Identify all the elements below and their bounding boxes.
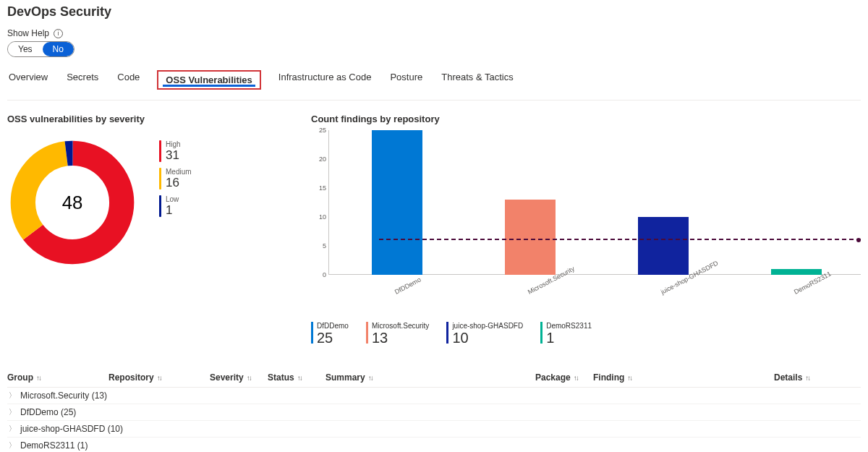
- tab-posture[interactable]: Posture: [388, 70, 424, 90]
- sort-icon[interactable]: ↑↓: [247, 374, 251, 382]
- group-label: DfDDemo (25): [20, 407, 76, 417]
- th-label: Finding: [593, 372, 624, 383]
- repo-legend-label: DemoRS2311: [546, 322, 592, 330]
- legend-item-low[interactable]: Low 1: [159, 195, 192, 217]
- sort-icon[interactable]: ↑↓: [574, 374, 578, 382]
- repo-legend-label: DfDDemo: [317, 322, 349, 330]
- tab-infrastructure-as-code[interactable]: Infrastructure as Code: [277, 70, 373, 90]
- table-group-row[interactable]: 〉 Microsoft.Security (13): [7, 388, 861, 404]
- repo-legend-value: 1: [546, 330, 592, 346]
- tab-bar: Overview Secrets Code OSS Vulnerabilitie…: [7, 67, 861, 95]
- repo-legend: DfDDemo 25 Microsoft.Security 13 juice-s…: [311, 322, 861, 346]
- group-label: Microsoft.Security (13): [20, 391, 107, 401]
- toggle-no[interactable]: No: [43, 42, 74, 56]
- th-label: Details: [774, 372, 802, 383]
- repo-legend-item[interactable]: DemoRS2311 1: [540, 322, 592, 346]
- tab-overview[interactable]: Overview: [7, 70, 49, 90]
- chart-bar[interactable]: [505, 200, 556, 275]
- repo-legend-value: 13: [372, 330, 429, 346]
- show-help-label: Show Help: [7, 28, 49, 38]
- severity-legend: High 31 Medium 16 Low 1: [159, 137, 192, 217]
- chevron-right-icon: 〉: [9, 407, 16, 417]
- th-label: Group: [7, 372, 33, 383]
- chevron-right-icon: 〉: [9, 424, 16, 434]
- tab-secrets[interactable]: Secrets: [65, 70, 100, 90]
- tab-oss-vulnerabilities[interactable]: OSS Vulnerabilities: [157, 70, 260, 90]
- severity-donut-chart[interactable]: 48: [7, 137, 137, 268]
- info-icon[interactable]: i: [54, 29, 63, 38]
- chevron-right-icon: 〉: [9, 391, 16, 401]
- chart-bar[interactable]: [638, 217, 689, 275]
- legend-value: 1: [166, 204, 179, 217]
- sort-icon[interactable]: ↑↓: [805, 374, 809, 382]
- group-label: juice-shop-GHASDFD (10): [20, 424, 123, 434]
- th-label: Status: [268, 372, 294, 383]
- legend-value: 16: [166, 176, 192, 189]
- table-group-row[interactable]: 〉 DfDDemo (25): [7, 404, 861, 421]
- table-group-row[interactable]: 〉 DemoRS2311 (1): [7, 438, 861, 452]
- th-package[interactable]: Package ↑↓: [535, 372, 593, 383]
- sort-icon[interactable]: ↑↓: [297, 374, 302, 382]
- repo-legend-label: Microsoft.Security: [372, 322, 429, 330]
- chart-x-label: DfDDemo: [393, 276, 422, 295]
- th-severity[interactable]: Severity ↑↓: [210, 372, 268, 383]
- repo-bar-chart[interactable]: 0510152025DfDDemoMicrosoft.Securityjuice…: [311, 130, 861, 282]
- repo-legend-item[interactable]: Microsoft.Security 13: [366, 322, 429, 346]
- repo-panel-title: Count findings by repository: [311, 114, 861, 124]
- th-repository[interactable]: Repository ↑↓: [109, 372, 210, 383]
- page-title: DevOps Security: [7, 4, 861, 20]
- repo-legend-value: 10: [452, 330, 523, 346]
- severity-panel-title: OSS vulnerabilities by severity: [7, 114, 291, 124]
- tab-oss-label: OSS Vulnerabilities: [166, 74, 252, 85]
- sort-icon[interactable]: ↑↓: [368, 374, 373, 382]
- findings-table-header: Group ↑↓ Repository ↑↓ Severity ↑↓ Statu…: [7, 368, 861, 388]
- repo-legend-item[interactable]: juice-shop-GHASDFD 10: [446, 322, 523, 346]
- th-summary[interactable]: Summary ↑↓: [326, 372, 535, 383]
- chevron-right-icon: 〉: [9, 440, 16, 451]
- legend-item-high[interactable]: High 31: [159, 140, 192, 162]
- th-status[interactable]: Status ↑↓: [268, 372, 326, 383]
- th-details[interactable]: Details ↑↓: [774, 372, 839, 383]
- donut-total: 48: [62, 192, 83, 213]
- toggle-yes[interactable]: Yes: [8, 42, 43, 56]
- th-label: Severity: [210, 372, 244, 383]
- th-group[interactable]: Group ↑↓: [7, 372, 109, 383]
- group-label: DemoRS2311 (1): [20, 440, 88, 451]
- repo-legend-item[interactable]: DfDDemo 25: [311, 322, 349, 346]
- chart-bar[interactable]: [372, 130, 422, 275]
- th-finding[interactable]: Finding ↑↓: [593, 372, 774, 383]
- legend-value: 31: [166, 149, 181, 162]
- repo-legend-label: juice-shop-GHASDFD: [452, 322, 523, 330]
- th-label: Summary: [326, 372, 365, 383]
- sort-icon[interactable]: ↑↓: [157, 374, 161, 382]
- table-group-row[interactable]: 〉 juice-shop-GHASDFD (10): [7, 421, 861, 438]
- sort-icon[interactable]: ↑↓: [36, 374, 41, 382]
- legend-item-medium[interactable]: Medium 16: [159, 168, 192, 189]
- tab-code[interactable]: Code: [116, 70, 141, 90]
- chart-bar[interactable]: [771, 269, 822, 275]
- th-label: Package: [535, 372, 571, 383]
- repo-legend-value: 25: [317, 330, 349, 346]
- tab-threats-tactics[interactable]: Threats & Tactics: [440, 70, 514, 90]
- th-label: Repository: [109, 372, 154, 383]
- show-help-toggle[interactable]: Yes No: [7, 41, 75, 57]
- sort-icon[interactable]: ↑↓: [627, 374, 631, 382]
